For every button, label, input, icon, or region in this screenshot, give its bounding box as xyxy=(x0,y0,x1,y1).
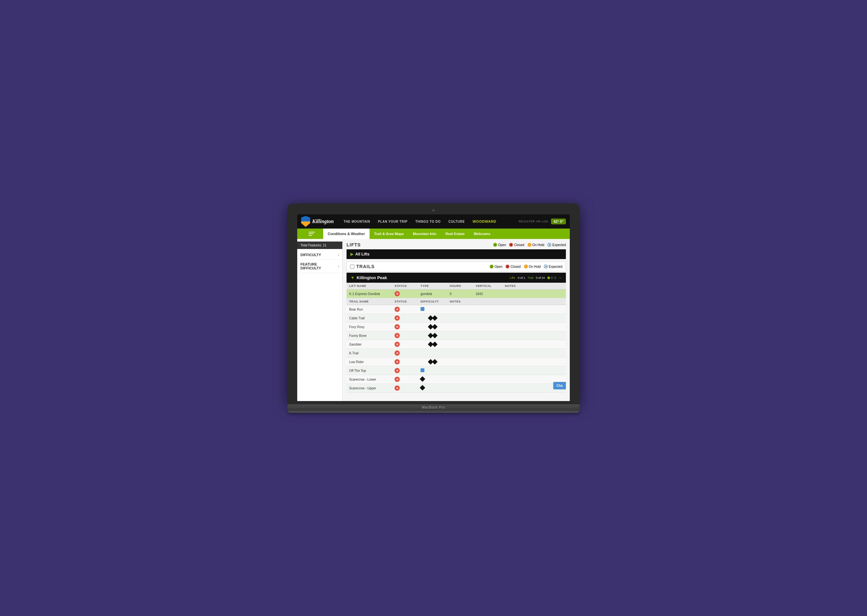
sidebar-item-feature-difficulty[interactable]: FEATURE DIFFICULTY › xyxy=(297,260,342,273)
trail-status-cell: ✕ xyxy=(392,384,418,393)
double-black-diamond-icon xyxy=(421,334,445,338)
nav-woodward[interactable]: WOODWARD xyxy=(469,220,500,223)
trail-status-cell: ✕ xyxy=(392,314,418,322)
lift-notes-cell xyxy=(502,289,566,298)
lifts-legend: ✓ Open ✕ Closed On Hold xyxy=(493,243,566,247)
lift-table-wrapper: LIFT NAME STATUS TYPE HOURS VERTICAL NOT… xyxy=(347,283,566,298)
peak-name: Killington Peak xyxy=(356,275,387,280)
lift-vertical-cell: 1642 xyxy=(473,289,502,298)
trail-notes-cell xyxy=(447,349,566,358)
laptop-container: Killington THE MOUNTAIN PLAN YOUR TRIP T… xyxy=(287,203,580,413)
trail-notes-cell xyxy=(447,366,566,375)
chevron-right-icon-2: › xyxy=(338,264,339,268)
trail-name-cell: K-Trail xyxy=(347,349,392,358)
sub-navigation: Conditions & Weather Trail & Area Maps M… xyxy=(297,229,570,239)
sidebar-item-difficulty[interactable]: DIFFICULTY › xyxy=(297,250,342,260)
expected-dot: + xyxy=(547,243,551,247)
trail-notes-cell xyxy=(447,384,566,393)
trails-checkbox[interactable] xyxy=(350,264,354,269)
peak-title[interactable]: ▼ Killington Peak xyxy=(350,275,387,280)
weather-temp: 42° 0° xyxy=(553,220,563,223)
th-lift-type: TYPE xyxy=(418,283,447,289)
trails-legend-open: ✓ Open xyxy=(490,264,502,269)
trail-notes-cell xyxy=(447,358,566,366)
peak-stats: Lifts 0 of 1 Trail 0 of 24 — xyxy=(510,276,562,280)
status-closed-icon: ✕ xyxy=(394,377,400,382)
legend-closed-label: Closed xyxy=(514,243,524,247)
trail-difficulty-cell xyxy=(418,349,447,358)
table-row: K-Trail✕ xyxy=(347,349,566,358)
trails-legend-onhold-label: On Hold xyxy=(529,265,541,269)
th-lift-status: STATUS xyxy=(392,283,418,289)
th-lift-hours: HOURS xyxy=(447,283,473,289)
status-closed-icon: ✕ xyxy=(394,368,400,373)
legend-open: ✓ Open xyxy=(493,243,506,247)
status-closed-icon: ✕ xyxy=(394,307,400,312)
chat-button[interactable]: Cha xyxy=(553,382,566,390)
tab-trail-area-maps[interactable]: Trail & Area Maps xyxy=(370,229,408,239)
nav-plan-your-trip[interactable]: PLAN YOUR TRIP xyxy=(375,220,411,223)
sidebar: Total Features: 11 DIFFICULTY › FEATURE … xyxy=(297,239,343,401)
collapse-icon[interactable]: — xyxy=(559,276,562,280)
laptop-foot xyxy=(287,410,580,413)
trail-name-cell: Cable Trail xyxy=(347,314,392,322)
blue-square-icon xyxy=(421,307,424,311)
trails-legend: ✓ Open ✕ Closed On Hold xyxy=(490,264,562,269)
trail-status-cell: ✕ xyxy=(392,322,418,332)
laptop-model: MacBook Pro xyxy=(422,405,445,409)
trails-title: TRAILS xyxy=(356,264,375,269)
trails-expected-dot: + xyxy=(544,264,548,269)
closed-dot: ✕ xyxy=(509,243,513,247)
tab-conditions-weather[interactable]: Conditions & Weather xyxy=(323,229,370,239)
lifts-label-stat: Lifts xyxy=(510,276,515,280)
lifts-header: LIFTS ✓ Open ✕ Closed xyxy=(347,242,566,247)
peak-header: ▼ Killington Peak Lifts 0 of 1 Trail 0 o… xyxy=(347,273,566,283)
double-black-diamond-icon xyxy=(421,325,445,329)
table-row: Off The Top✕ xyxy=(347,366,566,375)
black-diamond-icon xyxy=(420,376,426,382)
logo-text: Killington xyxy=(312,218,334,224)
logo[interactable]: Killington xyxy=(301,216,334,227)
double-black-diamond-icon xyxy=(421,343,445,346)
all-lifts-label: All Lifts xyxy=(355,252,370,256)
double-black-diamond-icon xyxy=(421,360,445,364)
screen: Killington THE MOUNTAIN PLAN YOUR TRIP T… xyxy=(297,214,570,401)
double-black-diamond-icon xyxy=(421,316,445,320)
open-dot: ✓ xyxy=(493,243,497,247)
trail-count: 0 of 24 xyxy=(536,276,545,280)
filter-icon[interactable] xyxy=(309,231,315,236)
trail-name-cell: Foxy Roxy xyxy=(347,322,392,332)
lifts-count: 0 of 1 xyxy=(518,276,525,280)
weather-badge: 42° 0° xyxy=(551,218,566,224)
trails-closed-dot: ✕ xyxy=(506,264,509,269)
legend-open-label: Open xyxy=(498,243,506,247)
nav-the-mountain[interactable]: THE MOUNTAIN xyxy=(340,220,374,223)
th-trail-name: TRAIL NAME xyxy=(347,298,392,305)
nav-things-to-do[interactable]: THINGS TO DO xyxy=(412,220,444,223)
trail-difficulty-cell xyxy=(418,314,447,322)
trails-onhold-dot xyxy=(524,264,528,269)
top-navigation: Killington THE MOUNTAIN PLAN YOUR TRIP T… xyxy=(297,214,570,229)
trail-difficulty-cell xyxy=(418,375,447,384)
table-row: Gambler✕ xyxy=(347,340,566,349)
main-section: LIFTS ✓ Open ✕ Closed xyxy=(343,239,570,401)
trail-name-cell: Scarecrow - Lower xyxy=(347,375,392,384)
status-closed-icon: ✕ xyxy=(394,359,400,365)
trails-legend-closed-label: Closed xyxy=(511,265,520,269)
lift-hours-cell: 0 xyxy=(447,289,473,298)
tab-mountain-info[interactable]: Mountain Info xyxy=(408,229,441,239)
trail-table-body: Bear Run✕Cable Trail✕Foxy Roxy✕Funny Bon… xyxy=(347,305,566,393)
trail-notes-cell xyxy=(447,322,566,332)
nav-culture[interactable]: CULTURE xyxy=(445,220,468,223)
all-lifts-row[interactable]: ▶ All Lifts xyxy=(347,249,566,259)
register-text[interactable]: REGISTER OR LOG xyxy=(519,220,549,223)
th-lift-name: LIFT NAME xyxy=(347,283,392,289)
trail-notes-cell xyxy=(447,332,566,340)
trail-status-cell: ✕ xyxy=(392,358,418,366)
trail-name-cell: Funny Bone xyxy=(347,332,392,340)
tab-webcams[interactable]: Webcams xyxy=(469,229,495,239)
trail-difficulty-cell xyxy=(418,384,447,393)
trails-legend-closed: ✕ Closed xyxy=(506,264,520,269)
status-closed-icon: ✕ xyxy=(394,385,400,391)
tab-real-estate[interactable]: Real Estate xyxy=(441,229,469,239)
